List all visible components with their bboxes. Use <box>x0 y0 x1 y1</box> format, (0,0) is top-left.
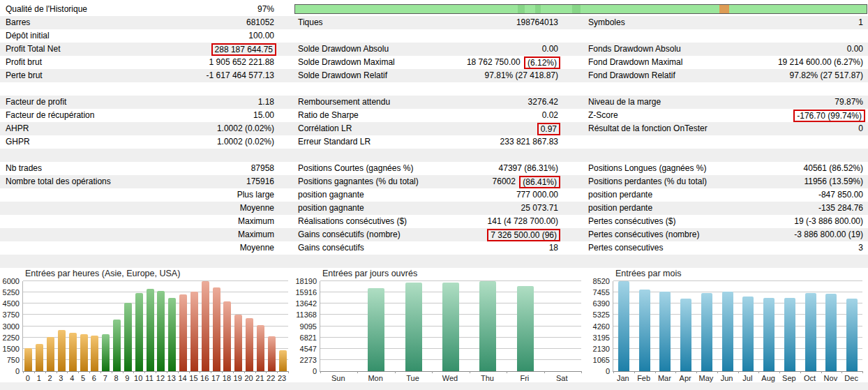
stats-cell <box>298 29 560 43</box>
stats-row: Qualité de l'Historique97% <box>0 3 868 16</box>
stat-label: Solde Drawdown Relatif <box>298 69 387 82</box>
y-axis-label: 6000 <box>0 277 20 285</box>
stats-cell: Plus large <box>0 188 276 202</box>
bar-22 <box>268 336 276 371</box>
x-axis-label: 15 <box>188 374 200 382</box>
stat-label: GHPR <box>6 135 30 149</box>
stats-cell: Barres681052 <box>0 16 276 29</box>
stats-cell: Positions Longues (gagnées %)40561 (86.5… <box>588 162 868 175</box>
stats-row: Nb trades87958Positions Courtes (gagnées… <box>0 162 868 175</box>
x-axis-label: 4 <box>66 374 77 382</box>
bar-Sep <box>784 298 795 371</box>
bar-Tue <box>405 283 422 371</box>
x-axis-tick <box>100 371 101 373</box>
x-axis-tick <box>178 371 179 373</box>
stats-cell: Positions gagnantes (% du total)76002 (8… <box>298 175 560 188</box>
chart-plot <box>22 281 288 372</box>
y-axis-label: 15916 <box>293 288 317 297</box>
x-axis-label: Oct <box>800 374 821 382</box>
stats-cell: Pertes consecutives3 <box>588 241 868 255</box>
stat-value: 87958 <box>251 162 274 175</box>
x-axis-tick <box>655 371 656 373</box>
stats-cell: Solde Drawdown Absolu0.00 <box>298 43 560 56</box>
stats-cell <box>588 149 868 162</box>
stats-cell: Fond Drawdown Maximal19 214 600.00 (6.27… <box>588 56 868 69</box>
stat-label: Positions Longues (gagnées %) <box>588 162 706 175</box>
x-axis-tick <box>255 371 256 373</box>
y-axis-label: 11368 <box>293 310 317 319</box>
chart-title: Entrées par jours ouvrés <box>322 269 417 278</box>
stats-cell: Solde Drawdown Relatif97.81% (27 418.87) <box>298 69 560 82</box>
x-axis-label: Nov <box>821 374 841 382</box>
x-axis-tick <box>112 371 112 373</box>
stats-cell: Moyenne <box>0 241 276 255</box>
stats-row: MoyenneGains consécutifs18Pertes consecu… <box>0 241 868 255</box>
x-axis-label: Thu <box>469 374 506 382</box>
stats-cell <box>588 135 868 149</box>
stat-value: 7 326 500.00 (96) <box>486 228 558 241</box>
x-axis-tick <box>144 371 145 373</box>
y-axis-label: 7455 <box>588 288 610 297</box>
bar-Jun <box>722 292 733 371</box>
y-axis-label: 18190 <box>293 277 317 285</box>
x-axis-label: Aug <box>758 374 779 382</box>
y-axis-label: 2273 <box>293 356 317 364</box>
stat-value: Moyenne <box>240 241 274 255</box>
x-axis-label: May <box>696 374 717 382</box>
gridline <box>320 280 581 281</box>
stats-cell: Erreur Standard LR233 821 867.83 <box>298 135 560 149</box>
stat-label: Remboursement attendu <box>298 96 390 109</box>
stats-cell: Profit brut1 905 652 221.88 <box>0 56 276 69</box>
stat-value: -176.70 (99.74%) <box>792 109 863 122</box>
x-axis-label: Apr <box>675 374 696 382</box>
bar-Mar <box>659 292 671 371</box>
bar-14 <box>179 294 187 371</box>
x-axis-tick <box>507 371 507 373</box>
x-axis-label: 17 <box>210 374 221 382</box>
stat-value: 0 <box>858 122 863 135</box>
stat-value: 0.97 <box>536 122 558 135</box>
stats-row: MaximumGains consécutifs (nombre)7 326 5… <box>0 228 868 241</box>
stats-table: Qualité de l'Historique97%Barres681052Ti… <box>0 0 868 268</box>
x-axis-tick <box>200 371 200 373</box>
x-axis-label: Fri <box>506 374 543 382</box>
y-axis-label: 0 <box>0 367 20 375</box>
x-axis-label: Tue <box>394 374 431 382</box>
bar-Fri <box>517 286 534 371</box>
stats-cell: Positions Courtes (gagnées %)47397 (86.3… <box>298 162 560 175</box>
stat-label: Positions Courtes (gagnées %) <box>298 162 413 175</box>
x-axis-tick <box>277 371 278 373</box>
progress-segment-dark <box>518 5 525 13</box>
stats-cell: position gagnante25 073.71 <box>298 202 560 215</box>
x-axis-label: 2 <box>45 374 56 382</box>
stats-cell: Maximum <box>0 215 276 228</box>
x-axis-tick <box>717 371 718 373</box>
x-axis-tick <box>800 371 801 373</box>
stats-cell: position gagnante777 000.00 <box>298 188 560 202</box>
gridline <box>23 280 288 281</box>
stat-value: -3 886 800.00 (19) <box>794 228 863 241</box>
y-axis-label: 4260 <box>588 322 610 331</box>
highlight-box: (86.41%) <box>519 176 560 188</box>
stat-label: position perdante <box>588 188 652 202</box>
bar-0 <box>24 348 32 371</box>
y-axis-label: 9095 <box>293 322 317 331</box>
stat-label: Nombre total des opérations <box>6 175 111 188</box>
x-axis-label: 10 <box>133 374 144 382</box>
stat-label: Profit brut <box>6 56 42 69</box>
stat-value: 198764013 <box>516 16 558 29</box>
stats-cell: Gains consécutifs18 <box>298 241 560 255</box>
x-axis-label: Jul <box>738 374 758 382</box>
stat-value: 19 214 600.00 (6.27%) <box>778 56 863 69</box>
x-axis-label: 14 <box>177 374 188 382</box>
stat-value: 97.81% (27 418.87) <box>485 69 558 82</box>
bar-5 <box>80 334 88 371</box>
stat-value: 79.87% <box>835 96 863 109</box>
stat-value: 1.0002 (0.02%) <box>217 135 274 149</box>
x-axis-label: Feb <box>634 374 654 382</box>
stat-value: 0.02 <box>542 109 558 122</box>
progress-segment-dark <box>535 5 541 13</box>
stat-label: AHPR <box>6 122 29 135</box>
bar-Wed <box>442 283 459 371</box>
stats-cell <box>298 255 560 268</box>
